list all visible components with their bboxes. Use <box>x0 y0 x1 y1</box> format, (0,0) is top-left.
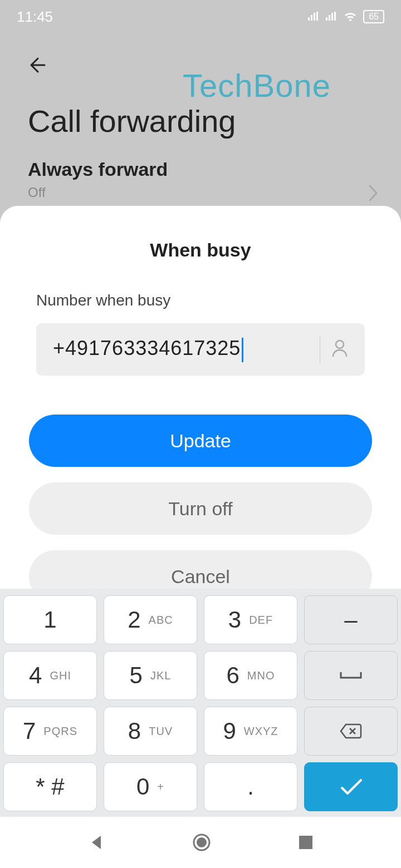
svg-point-0 <box>336 341 344 348</box>
key-9[interactable]: 9WXYZ <box>204 707 297 756</box>
status-time: 11:45 <box>17 8 53 26</box>
row-always-value: Off <box>28 185 379 200</box>
row-always-label: Always forward <box>28 159 379 180</box>
key-4[interactable]: 4GHI <box>3 651 97 700</box>
key-space[interactable] <box>304 651 398 700</box>
svg-rect-3 <box>299 836 312 849</box>
key-0[interactable]: 0+ <box>104 762 197 811</box>
signal-icon <box>307 12 320 22</box>
turn-off-button[interactable]: Turn off <box>29 482 372 535</box>
nav-home-icon[interactable] <box>192 832 212 852</box>
nav-back-icon[interactable] <box>87 834 105 851</box>
key-backspace[interactable] <box>304 707 398 756</box>
key-1[interactable]: 1 <box>3 595 97 644</box>
key-7[interactable]: 7PQRS <box>3 707 97 756</box>
key-5[interactable]: 5JKL <box>104 651 197 700</box>
sheet-title: When busy <box>0 239 401 261</box>
chevron-right-icon <box>368 184 379 205</box>
key-enter[interactable] <box>304 762 398 811</box>
space-icon <box>339 670 363 681</box>
key-2[interactable]: 2ABC <box>104 595 197 644</box>
battery-level: 65 <box>363 10 384 23</box>
key-dash[interactable]: – <box>304 595 398 644</box>
watermark-text: TechBone <box>183 67 331 104</box>
update-button[interactable]: Update <box>29 415 372 467</box>
signal-icon-2 <box>325 12 338 22</box>
battery-icon: 65 <box>363 10 384 23</box>
phone-input[interactable]: +491763334617325 <box>36 323 365 376</box>
nav-recent-icon[interactable] <box>298 835 314 850</box>
svg-point-2 <box>197 837 207 847</box>
keyboard: 1 2ABC 3DEF – 4GHI 5JKL 6MNO 7PQRS 8TUV … <box>0 589 401 817</box>
key-3[interactable]: 3DEF <box>204 595 297 644</box>
back-button[interactable] <box>28 53 52 80</box>
nav-bar <box>0 817 401 868</box>
row-always-forward[interactable]: Always forward Off <box>28 159 379 200</box>
status-right: 65 <box>307 10 384 23</box>
phone-input-value: +491763334617325 <box>53 337 320 362</box>
check-icon <box>339 778 363 796</box>
key-6[interactable]: 6MNO <box>204 651 297 700</box>
contact-icon[interactable] <box>331 339 348 360</box>
key-star-hash[interactable]: * # <box>3 762 97 811</box>
key-8[interactable]: 8TUV <box>104 707 197 756</box>
text-cursor <box>242 338 243 362</box>
status-bar: 11:45 65 <box>0 0 401 33</box>
field-label: Number when busy <box>36 292 365 309</box>
key-dot[interactable]: . <box>204 762 297 811</box>
page-title: Call forwarding <box>28 103 236 139</box>
divider <box>320 336 320 363</box>
wifi-icon <box>343 11 358 22</box>
backspace-icon <box>339 723 363 739</box>
